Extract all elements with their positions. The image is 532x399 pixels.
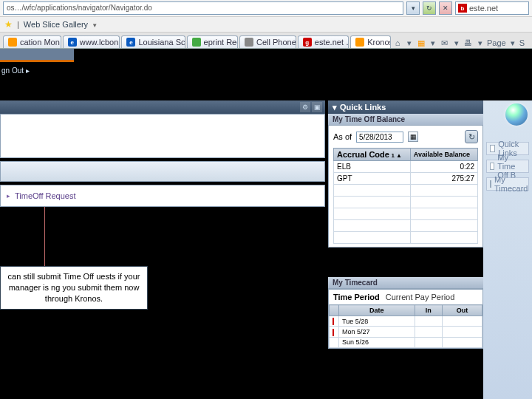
table-row (334, 232, 478, 244)
kronos-icon (355, 38, 364, 47)
print-icon[interactable]: 🖶 (463, 38, 474, 48)
address-dropdown[interactable]: ▾ (406, 1, 420, 15)
toolbar-right: ⌂ ▾ ▦ ▾ ✉ ▾ 🖶 ▾ Page ▾ S (392, 38, 529, 48)
feed-icon[interactable]: ▦ (416, 38, 426, 48)
time-period-label: Time Period (333, 293, 380, 301)
col-available-balance[interactable]: Available Balance (410, 149, 477, 161)
exception-icon (332, 329, 334, 336)
timecard-panel: Time Period Current Pay Period Date In O… (328, 289, 483, 349)
safety-menu[interactable]: S (519, 38, 525, 47)
table-header-row: Date In Out (330, 305, 482, 316)
table-row[interactable]: Mon 5/27 (330, 327, 482, 337)
timecard-table: Date In Out Tue 5/28 Mon 5/27 Sun 5/26 (329, 304, 482, 348)
refresh-button[interactable]: ↻ (423, 1, 436, 15)
page-menu[interactable]: Page (487, 38, 506, 47)
widget-toggle-timecard[interactable]: My Timecard (486, 177, 529, 191)
sort-indicator: 1 ▲ (391, 152, 402, 159)
globe-icon[interactable] (505, 103, 528, 126)
tab-strip: cation Mon… ewww.lcbon… eLouisiana Sc… e… (0, 33, 532, 49)
favorites-link[interactable]: Web Slice Gallery ▼ (24, 20, 98, 29)
phone-icon (245, 38, 253, 47)
gear-icon[interactable]: ⚙ (300, 102, 310, 112)
timecard-header[interactable]: My Timecard (328, 277, 483, 289)
tab-5[interactable]: geste.net … (298, 35, 349, 48)
panel-body-1 (0, 114, 325, 158)
table-row[interactable]: ELB0:22 (334, 161, 478, 173)
table-row[interactable]: Sun 5/26 (330, 337, 482, 347)
left-column: ⚙ ▣ ▸ TimeOff Request can still submit T… (0, 100, 325, 399)
favorites-star-icon[interactable]: ★ (4, 19, 13, 30)
tab-6-active[interactable]: Kronos (350, 35, 391, 48)
table-header-row: Accrual Code 1 ▲ Available Balance (334, 149, 478, 161)
table-row (334, 185, 478, 197)
chevron-down-icon: ▼ (92, 22, 98, 29)
time-period-value: Current Pay Period (386, 293, 455, 301)
checkbox[interactable] (490, 163, 494, 170)
panel-header: ⚙ ▣ (0, 100, 325, 114)
search-engine-icon: b (458, 4, 467, 13)
tab-2[interactable]: eLouisiana Sc… (121, 35, 185, 48)
active-module-tab[interactable] (0, 49, 74, 62)
ie-icon: e (126, 38, 135, 47)
table-row[interactable]: Tue 5/28 (330, 316, 482, 327)
right-sidebar: Quick Links My Time Off B My Timecard (483, 100, 532, 399)
col-blank (330, 305, 339, 316)
tab-3[interactable]: eprint Regi (187, 35, 238, 48)
sign-out-link[interactable]: gn Out ▸ (1, 66, 30, 75)
col-date[interactable]: Date (339, 305, 415, 316)
main-layout: ⚙ ▣ ▸ TimeOff Request can still submit T… (0, 100, 532, 399)
callout-pointer (44, 207, 45, 266)
mail-icon[interactable]: ✉ (440, 38, 450, 48)
refresh-icon[interactable]: ↻ (465, 130, 478, 143)
as-of-date-input[interactable] (356, 132, 403, 143)
tab-icon (8, 38, 17, 47)
expand-icon[interactable]: ▣ (312, 102, 322, 112)
chevron-down-icon[interactable]: ▾ (332, 103, 337, 112)
checkbox[interactable] (490, 180, 491, 188)
time-period-row: Time Period Current Pay Period (329, 290, 482, 304)
google-icon: g (303, 38, 312, 47)
search-box[interactable]: b este.net (455, 1, 529, 15)
panel-links-row: ▸ TimeOff Request (0, 185, 325, 207)
exception-icon (332, 318, 334, 325)
col-in[interactable]: In (415, 305, 442, 316)
table-row (334, 197, 478, 208)
favorites-bar: ★ | Web Slice Gallery ▼ (0, 17, 532, 33)
home-icon[interactable]: ⌂ (392, 38, 403, 48)
address-bar-row: os…/wfc/applications/navigator/Navigator… (0, 0, 532, 17)
table-row (334, 220, 478, 232)
timeoff-request-link[interactable]: TimeOff Request (15, 191, 76, 200)
balance-table: Accrual Code 1 ▲ Available Balance ELB0:… (333, 148, 478, 244)
as-of-row: As of ▦ ↻ (333, 129, 478, 148)
balance-panel: As of ▦ ↻ Accrual Code 1 ▲ Available Bal… (328, 126, 483, 248)
tab-1[interactable]: ewww.lcbon… (63, 35, 120, 48)
ie-icon: e (68, 38, 77, 47)
checkbox[interactable] (490, 145, 495, 152)
browser-chrome: os…/wfc/applications/navigator/Navigator… (0, 0, 532, 49)
panel-subheader (0, 161, 325, 182)
stop-button[interactable]: ✕ (439, 1, 452, 15)
search-engine-label: este.net (469, 4, 498, 13)
tab-icon (192, 38, 201, 47)
col-accrual-code[interactable]: Accrual Code 1 ▲ (334, 149, 411, 161)
favorites-label: | (17, 20, 19, 29)
callout-annotation: can still submit Time Off uests if your … (0, 266, 148, 310)
as-of-label: As of (333, 132, 352, 141)
col-out[interactable]: Out (442, 305, 482, 316)
tab-4[interactable]: Cell Phones, (239, 35, 296, 48)
kronos-app: gn Out ▸ ⚙ ▣ ▸ TimeOff Request can still… (0, 49, 532, 399)
calendar-icon[interactable]: ▦ (408, 132, 418, 142)
arrow-icon: ▸ (7, 192, 10, 200)
balance-header[interactable]: My Time Off Balance (328, 114, 483, 126)
table-row[interactable]: GPT275:27 (334, 173, 478, 185)
quick-links-header: ▾Quick Links (328, 100, 483, 114)
tab-0[interactable]: cation Mon… (3, 35, 61, 48)
address-input[interactable]: os…/wfc/applications/navigator/Navigator… (3, 1, 403, 15)
widget-toggle-balance[interactable]: My Time Off B (486, 160, 529, 173)
quick-links-column: ▾Quick Links My Time Off Balance As of ▦… (328, 100, 483, 399)
table-row (334, 208, 478, 220)
